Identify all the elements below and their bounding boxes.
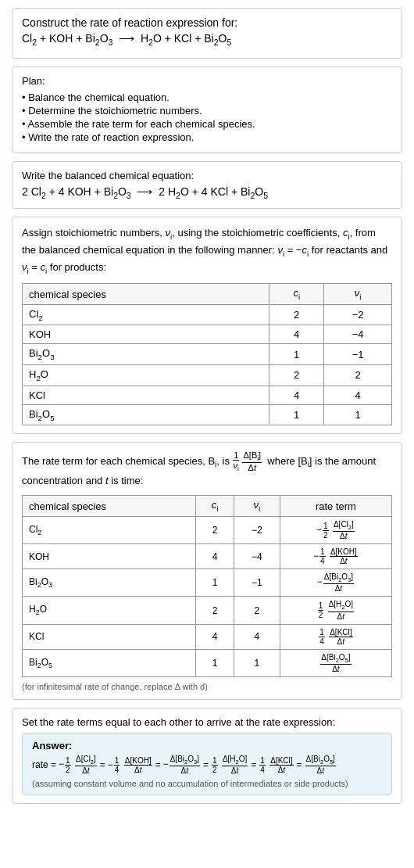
rt-species-bi2o3: Bi2O3	[23, 569, 196, 597]
plan-step-1: Balance the chemical equation.	[22, 91, 392, 103]
species-bi2o5: Bi2O5	[23, 404, 269, 425]
construct-label: Construct the rate of reaction expressio…	[22, 16, 392, 29]
rate-footnote: (for infinitesimal rate of change, repla…	[22, 682, 392, 691]
equals-sign-4: =	[251, 755, 256, 774]
ci-h2o: 2	[269, 365, 324, 386]
equals-sign-5: =	[297, 755, 302, 774]
main-reaction: Cl2 + KOH + Bi2O3 ⟶ H2O + KCl + Bi2O5	[22, 32, 392, 47]
rt-vi-cl2: −2	[234, 516, 280, 543]
rate-term-kcl-ans: 14 Δ[KCl]Δt	[259, 755, 294, 774]
table-row: Bi2O3 1 −1	[23, 344, 392, 365]
rate-term-cl2-ans: −12 Δ[Cl2]Δt	[59, 755, 98, 775]
rate-term-table: chemical species ci νi rate term Cl2 2 −…	[22, 495, 392, 677]
rate-term-intro: The rate term for each chemical species,…	[22, 450, 392, 489]
plan-step-4: Write the rate of reaction expression.	[22, 131, 392, 143]
species-kcl: KCl	[23, 386, 269, 404]
rt-ci-cl2: 2	[195, 516, 234, 543]
plan-step-2: Determine the stoichiometric numbers.	[22, 105, 392, 117]
species-h2o: H2O	[23, 365, 269, 386]
table-row: Bi2O3 1 −1 −Δ[Bi2O3]Δt	[23, 569, 392, 597]
answer-label: Answer:	[32, 740, 382, 751]
species-bi2o3: Bi2O3	[23, 344, 269, 365]
rt-species-cl2: Cl2	[23, 516, 196, 543]
rate-col-ci: ci	[195, 496, 234, 517]
rt-ci-kcl: 4	[195, 624, 234, 649]
rt-vi-bi2o5: 1	[234, 649, 280, 676]
rt-vi-h2o: 2	[234, 597, 280, 624]
rt-ci-h2o: 2	[195, 597, 234, 624]
rate-col-term: rate term	[280, 496, 391, 517]
rt-ci-bi2o5: 1	[195, 649, 234, 676]
rt-term-bi2o3: −Δ[Bi2O3]Δt	[280, 569, 391, 597]
construct-text: Construct the rate of reaction expressio…	[22, 16, 237, 29]
plan-list: Balance the chemical equation. Determine…	[22, 91, 392, 143]
rt-vi-koh: −4	[234, 544, 280, 569]
rt-ci-bi2o3: 1	[195, 569, 234, 597]
rt-term-h2o: 12 Δ[H2O]Δt	[280, 597, 391, 624]
plan-title: Plan:	[22, 75, 392, 87]
rate-term-bi2o3-ans: −Δ[Bi2O3]Δt	[163, 755, 201, 775]
rate-term-frac: 1 νi	[233, 450, 240, 472]
ci-bi2o3: 1	[269, 344, 324, 365]
stoich-col-species: chemical species	[23, 284, 269, 305]
equals-sign-1: =	[100, 755, 105, 774]
table-row: Cl2 2 −2 −12 Δ[Cl2]Δt	[23, 516, 392, 543]
rt-species-koh: KOH	[23, 544, 196, 569]
table-row: KOH 4 −4 −14 Δ[KOH]Δt	[23, 544, 392, 569]
rt-ci-koh: 4	[195, 544, 234, 569]
answer-box: Answer: rate = −12 Δ[Cl2]Δt = −14 Δ[KOH]…	[22, 733, 392, 795]
stoich-table: chemical species ci νi Cl2 2 −2 KOH 4 −4…	[22, 283, 392, 425]
stoich-intro: Assign stoichiometric numbers, νi, using…	[22, 225, 392, 278]
table-row: KCl 4 4 14 Δ[KCl]Δt	[23, 624, 392, 649]
rate-col-species: chemical species	[23, 496, 196, 517]
rt-term-koh: −14 Δ[KOH]Δt	[280, 544, 391, 569]
plan-step-3: Assemble the rate term for each chemical…	[22, 118, 392, 130]
table-row: H2O 2 2	[23, 365, 392, 386]
rt-term-bi2o5: Δ[Bi2O5]Δt	[280, 649, 391, 676]
set-equal-text: Set the rate terms equal to each other t…	[22, 716, 392, 728]
stoich-col-ci: ci	[269, 284, 324, 305]
answer-section: Set the rate terms equal to each other t…	[12, 708, 402, 804]
ci-cl2: 2	[269, 304, 324, 325]
table-row: KOH 4 −4	[23, 325, 392, 344]
rt-vi-kcl: 4	[234, 624, 280, 649]
header-section: Construct the rate of reaction expressio…	[12, 8, 402, 59]
ci-kcl: 4	[269, 386, 324, 404]
rate-term-h2o-ans: 12 Δ[H2O]Δt	[211, 755, 248, 775]
rt-term-kcl: 14 Δ[KCl]Δt	[280, 624, 391, 649]
table-row: H2O 2 2 12 Δ[H2O]Δt	[23, 597, 392, 624]
rt-species-kcl: KCl	[23, 624, 196, 649]
equals-sign-2: =	[155, 755, 161, 774]
stoich-col-vi: νi	[324, 284, 392, 305]
stoich-section: Assign stoichiometric numbers, νi, using…	[12, 217, 402, 435]
balanced-label: Write the balanced chemical equation:	[22, 170, 392, 181]
plan-section: Plan: Balance the chemical equation. Det…	[12, 66, 402, 153]
species-cl2: Cl2	[23, 304, 269, 325]
rate-term-bi2o5-ans: Δ[Bi2O5]Δt	[305, 755, 337, 775]
rate-col-vi: νi	[234, 496, 280, 517]
vi-kcl: 4	[324, 386, 392, 404]
ci-bi2o5: 1	[269, 404, 324, 425]
rt-species-h2o: H2O	[23, 597, 196, 624]
rate-equals: rate =	[32, 755, 56, 774]
rt-vi-bi2o3: −1	[234, 569, 280, 597]
rate-term-section: The rate term for each chemical species,…	[12, 442, 402, 700]
answer-note: (assuming constant volume and no accumul…	[32, 779, 382, 788]
table-row: KCl 4 4	[23, 386, 392, 404]
rate-expression: rate = −12 Δ[Cl2]Δt = −14 Δ[KOH]Δt = −Δ[…	[32, 755, 382, 775]
ci-koh: 4	[269, 325, 324, 344]
species-koh: KOH	[23, 325, 269, 344]
table-row: Bi2O5 1 1 Δ[Bi2O5]Δt	[23, 649, 392, 676]
equals-sign-3: =	[203, 755, 209, 774]
vi-h2o: 2	[324, 365, 392, 386]
rate-term-koh-ans: −14 Δ[KOH]Δt	[108, 755, 153, 774]
rt-term-cl2: −12 Δ[Cl2]Δt	[280, 516, 391, 543]
vi-bi2o5: 1	[324, 404, 392, 425]
balanced-section: Write the balanced chemical equation: 2 …	[12, 161, 402, 209]
table-row: Cl2 2 −2	[23, 304, 392, 325]
vi-bi2o3: −1	[324, 344, 392, 365]
rate-term-delta-frac: Δ[Bi] Δt	[242, 450, 262, 472]
vi-cl2: −2	[324, 304, 392, 325]
rt-species-bi2o5: Bi2O5	[23, 649, 196, 676]
vi-koh: −4	[324, 325, 392, 344]
